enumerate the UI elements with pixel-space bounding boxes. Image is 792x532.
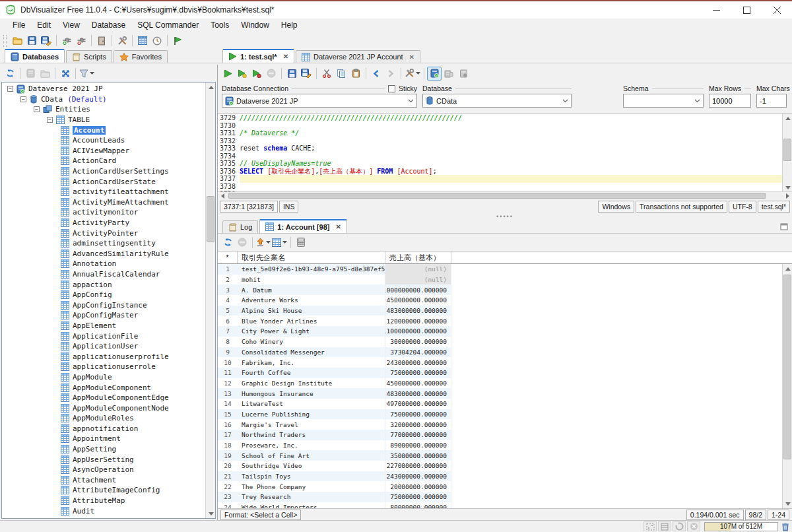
max-chars-input[interactable] <box>756 94 787 108</box>
table-row[interactable]: 15Lucerne Publishing75000000.000000 <box>218 409 782 420</box>
tree-item-appnotification[interactable]: appnotification <box>2 424 205 434</box>
dropdown-caret-icon[interactable] <box>266 241 271 244</box>
cell-revenue-null[interactable]: (null) <box>385 275 451 285</box>
cell-revenue[interactable]: 227000000.000000 <box>385 461 451 471</box>
tree-scrollbar[interactable] <box>205 83 215 518</box>
cell-revenue[interactable]: 32000000.000000 <box>385 419 451 430</box>
cell-revenue-null[interactable]: (null) <box>385 264 451 275</box>
cell-revenue[interactable]: 450000000.000000 <box>385 295 451 306</box>
tree-item-appconfiginstance[interactable]: AppConfigInstance <box>2 300 205 310</box>
tree-item-appmodule[interactable]: AppModule <box>2 372 205 383</box>
save-as-button[interactable] <box>299 67 314 81</box>
create-folder-disabled-button[interactable] <box>38 67 52 81</box>
dropdown-caret-icon[interactable] <box>282 241 287 244</box>
open-file-button[interactable] <box>10 34 24 48</box>
sticky-checkbox[interactable] <box>388 85 395 92</box>
cell-account-name[interactable]: School of Fine Art <box>238 450 385 461</box>
tree-item-attributeimageconfig[interactable]: AttributeImageConfig <box>2 485 205 496</box>
cell-revenue[interactable]: 483000000.000000 <box>385 388 451 399</box>
tree-item-applicationfile[interactable]: ApplicationFile <box>2 331 205 341</box>
save-as-button[interactable] <box>39 34 53 48</box>
tree-item-actioncard[interactable]: ActionCard <box>2 156 205 166</box>
refresh-button[interactable] <box>3 67 17 81</box>
cell-account-name[interactable]: Consolidated Messenger <box>238 347 385 358</box>
create-database-disabled-button[interactable] <box>23 67 38 81</box>
tree-item-actioncardusersettings[interactable]: ActionCardUserSettings <box>2 166 205 177</box>
rows-indicator-icon[interactable] <box>658 521 671 531</box>
cell-account-name[interactable]: mohit <box>238 275 385 285</box>
tree-item-appmodulecomponent[interactable]: AppModuleComponent <box>2 382 205 393</box>
table-row[interactable]: 4Adventure Works450000000.000000 <box>218 295 782 306</box>
collapse-all-button[interactable] <box>58 67 73 81</box>
tree-item-appconfigmaster[interactable]: AppConfigMaster <box>2 310 205 321</box>
editor-vscrollbar[interactable] <box>782 114 792 192</box>
dropdown-caret-icon[interactable] <box>90 72 94 75</box>
table-row[interactable]: 8Coho Winery30000000.000000 <box>218 337 782 347</box>
save-button[interactable] <box>284 67 299 81</box>
table-row[interactable]: 21Tailspin Toys243000000.000000 <box>218 471 782 482</box>
table-row[interactable]: 19School of Fine Art35000000.000000 <box>218 450 782 461</box>
tree-expander-icon[interactable]: − <box>7 86 13 92</box>
paste-button[interactable] <box>348 67 363 81</box>
editor-hscrollbar[interactable] <box>218 191 792 199</box>
table-row[interactable]: 11Fourth Coffee75000000.000000 <box>218 368 782 378</box>
connect-button[interactable] <box>59 34 74 48</box>
tool-properties-button[interactable] <box>404 67 421 81</box>
tree-item-dataverse-2021-jp[interactable]: −Dataverse 2021 JP <box>2 84 205 94</box>
grid-view-button[interactable] <box>271 236 288 249</box>
cell-account-name[interactable]: Fabrikam, Inc. <box>238 357 385 368</box>
cell-account-name[interactable]: Alpine Ski House <box>238 306 385 316</box>
forward-button[interactable] <box>383 67 398 81</box>
menu-file[interactable]: File <box>7 19 31 31</box>
tab-favorites[interactable]: Favorites <box>114 50 168 63</box>
cell-revenue[interactable]: 80000000.000000 <box>385 502 451 508</box>
tree-item-account[interactable]: Account <box>2 125 205 135</box>
current-database-button[interactable] <box>427 67 442 81</box>
cell-account-name[interactable]: City Power & Light <box>238 326 385 337</box>
tree-item-asyncoperation[interactable]: AsyncOperation <box>2 465 205 475</box>
stop-button[interactable] <box>235 236 249 249</box>
scheduler-button[interactable] <box>150 34 164 48</box>
run-button[interactable] <box>220 67 235 81</box>
tree-item-actioncarduserstate[interactable]: ActionCardUserState <box>2 176 205 187</box>
database-commit-button[interactable] <box>456 67 471 81</box>
save-button[interactable] <box>24 34 39 48</box>
cell-account-name[interactable]: Humongous Insurance <box>238 388 385 399</box>
cell-account-name[interactable]: Lucerne Publishing <box>238 409 385 420</box>
cell-revenue[interactable]: 497000000.000000 <box>385 399 451 409</box>
tree-item-appelement[interactable]: AppElement <box>2 321 205 331</box>
table-row[interactable]: 22The Phone Company20000000.000000 <box>218 481 782 492</box>
close-tab-icon[interactable]: ✕ <box>409 53 414 61</box>
cell-revenue[interactable]: 75000000.000000 <box>385 368 451 378</box>
tree-item-appconfig[interactable]: AppConfig <box>2 290 205 300</box>
cell-revenue[interactable]: 243000000.000000 <box>385 357 451 368</box>
tree-item-table[interactable]: −TABLE <box>2 115 205 125</box>
tree-item-adminsettingsentity[interactable]: adminsettingsentity <box>2 238 205 249</box>
tree-item-appusersetting[interactable]: AppUserSetting <box>2 454 205 465</box>
table-row[interactable]: 16Margie's Travel32000000.000000 <box>218 419 782 430</box>
cell-revenue[interactable]: 77000000.000000 <box>385 430 451 440</box>
tree-expander-icon[interactable]: − <box>47 117 53 123</box>
table-row[interactable]: 24Wide World Importers80000000.000000 <box>218 502 782 508</box>
table-row[interactable]: 17Northwind Traders77000000.000000 <box>218 430 782 440</box>
cut-button[interactable] <box>319 67 334 81</box>
cell-revenue[interactable]: 450000000.000000 <box>385 378 451 389</box>
cell-revenue[interactable]: 30000000.000000 <box>385 337 451 347</box>
tree-item-activitypointer[interactable]: ActivityPointer <box>2 228 205 238</box>
tree-item-activitymimeattachment[interactable]: ActivityMimeAttachment <box>2 197 205 208</box>
code-area[interactable]: ////////////////////////////////////////… <box>240 114 782 192</box>
table-row[interactable]: 23Trey Research75000000.000000 <box>218 492 782 502</box>
cell-account-name[interactable]: A. Datum <box>238 284 385 295</box>
grid-window-button[interactable] <box>135 34 150 48</box>
tree-item-appmoduleroles[interactable]: AppModuleRoles <box>2 413 205 424</box>
cell-revenue[interactable]: 35000000.000000 <box>385 450 451 461</box>
cell-account-name[interactable]: Southridge Video <box>238 461 385 471</box>
tree-item-applicationuser[interactable]: ApplicationUser <box>2 341 205 352</box>
selection-mode-icon[interactable] <box>644 521 657 531</box>
cell-revenue[interactable]: 120000000.000000 <box>385 316 451 326</box>
tree-item-activitymonitor[interactable]: activitymonitor <box>2 207 205 218</box>
cell-account-name[interactable]: Adventure Works <box>238 295 385 306</box>
menu-edit[interactable]: Edit <box>31 19 57 31</box>
menu-sql-commander[interactable]: SQL Commander <box>131 19 205 31</box>
editor-tab-1-test-sql-[interactable]: 1: test.sql*✕ <box>222 49 294 63</box>
